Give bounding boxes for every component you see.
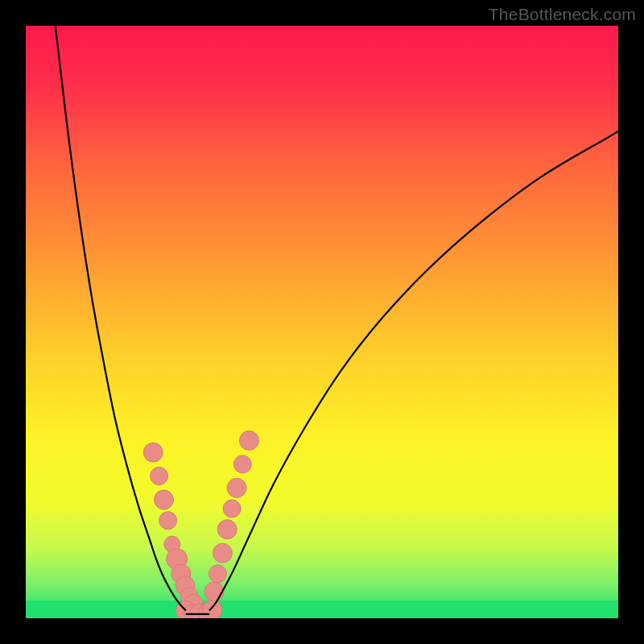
chart-marker: [204, 582, 224, 601]
chart-marker: [154, 490, 173, 510]
chart-marker-layer: [143, 431, 258, 618]
chart-curves: [26, 26, 618, 618]
chart-marker: [227, 478, 246, 497]
chart-marker: [143, 443, 163, 462]
chart-marker: [213, 543, 232, 563]
chart-marker: [159, 512, 177, 530]
chart-marker: [239, 431, 258, 450]
chart-frame: TheBottleneck.com: [0, 0, 644, 644]
chart-marker: [151, 467, 168, 485]
watermark-text: TheBottleneck.com: [489, 5, 636, 24]
chart-marker: [223, 500, 241, 518]
chart-marker: [233, 456, 251, 473]
chart-marker: [217, 520, 237, 539]
chart-marker: [208, 565, 226, 583]
chart-plot-area: [26, 26, 618, 618]
chart-right-curve: [209, 131, 618, 610]
chart-marker: [203, 601, 222, 618]
